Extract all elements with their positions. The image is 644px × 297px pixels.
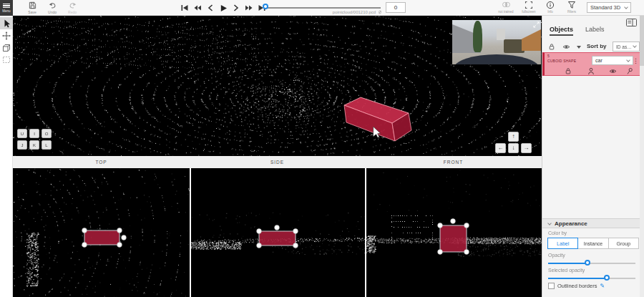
fast-rewind-button[interactable] (193, 4, 202, 12)
save-icon (29, 1, 36, 9)
side-ortho-view[interactable] (191, 168, 365, 297)
save-button[interactable]: Save (23, 1, 42, 15)
redo-icon (69, 1, 77, 9)
lock-filter-icon[interactable] (548, 43, 555, 51)
skip-to-start-button[interactable] (180, 4, 189, 12)
selected-opacity-slider-knob[interactable] (604, 275, 610, 281)
camera-image-preview[interactable] (452, 20, 541, 64)
filters-button[interactable]: Filters (562, 1, 581, 15)
marquee-select-icon (2, 56, 11, 64)
hamburger-icon (3, 3, 10, 9)
scrollbar-thumb[interactable] (640, 16, 644, 66)
step-forward-button[interactable] (232, 4, 240, 12)
hotkey-l[interactable]: L (42, 140, 52, 150)
visibility-object-icon[interactable] (609, 67, 617, 75)
object-more-menu-icon[interactable]: ⋮ (633, 58, 639, 64)
pan-right-button[interactable]: → (521, 143, 532, 153)
top-view-label: TOP (13, 156, 190, 168)
pan-down-button[interactable]: ↓ (508, 143, 519, 153)
annotation-app: Menu Save Undo Redo pointcloud/001210.pc… (0, 0, 644, 297)
model-status-button[interactable]: not trained (497, 1, 515, 15)
redo-button[interactable]: Redo (63, 1, 82, 15)
sort-order-dropdown[interactable]: ID as… (613, 42, 640, 52)
pan-up-button[interactable]: ↑ (508, 132, 519, 142)
front-ortho-view[interactable] (366, 168, 542, 297)
selected-opacity-slider[interactable] (548, 275, 635, 282)
appearance-section-header[interactable]: Appearance (542, 218, 644, 228)
opacity-slider-knob[interactable] (585, 260, 590, 266)
not-trained-label: not trained (498, 10, 513, 14)
frame-slider-track[interactable] (266, 7, 381, 9)
appearance-title: Appearance (555, 220, 587, 227)
object-category-dropdown[interactable]: car (592, 56, 633, 65)
color-by-label-button[interactable]: Label (547, 238, 578, 249)
step-back-button[interactable] (206, 4, 215, 12)
hotkey-i[interactable]: I (29, 129, 39, 138)
pan-left-button[interactable]: ← (495, 143, 506, 153)
cuboid-annotation-top[interactable] (13, 168, 190, 297)
fullscreen-label: fullscreen (522, 10, 535, 14)
edit-pencil-icon[interactable]: ✎ (600, 283, 605, 289)
cuboid-icon (2, 44, 11, 52)
opacity-slider-fill (548, 263, 587, 264)
hotkey-u[interactable]: U (17, 129, 27, 138)
outlined-borders-row: Outlined borders ✎ (548, 283, 605, 289)
top-toolbar: Menu Save Undo Redo pointcloud/001210.pc… (0, 0, 644, 16)
color-by-group-button[interactable]: Group (608, 238, 639, 249)
cuboid-annotation-front[interactable] (366, 168, 542, 297)
undo-button[interactable]: Undo (43, 1, 62, 15)
filename-text: pointcloud/001210.pcd (333, 10, 376, 14)
pin-object-icon[interactable] (626, 67, 633, 75)
move-tool-button[interactable] (0, 29, 13, 42)
expand-all-caret-icon[interactable] (577, 46, 581, 49)
sidebar-scrollbar[interactable] (640, 16, 644, 297)
play-button[interactable] (219, 4, 228, 12)
tool-palette (0, 16, 13, 297)
view-mode-dropdown[interactable]: Standard 3D (587, 2, 631, 13)
color-by-options: Label Instance Group (548, 238, 639, 249)
object-list-item-car[interactable]: 5 CUBOID SHAPE car ⋮ (542, 52, 640, 76)
visibility-filter-icon[interactable] (562, 43, 570, 51)
menu-label: Menu (2, 9, 10, 13)
color-by-instance-button[interactable]: Instance (577, 238, 608, 249)
filter-funnel-icon (567, 1, 576, 9)
select-tool-button[interactable] (0, 17, 13, 29)
expand-icon[interactable] (533, 21, 540, 28)
info-icon (546, 1, 555, 9)
object-shape-type: CUBOID SHAPE (547, 59, 576, 63)
opacity-slider[interactable] (548, 260, 635, 267)
chevron-down-icon (624, 5, 628, 9)
info-button[interactable]: Info (541, 1, 560, 15)
hotkey-k[interactable]: K (29, 140, 39, 150)
lock-object-icon[interactable] (565, 67, 572, 75)
objects-panel: Objects Labels Sort by ID as… 5 CUBOID S… (542, 16, 644, 297)
object-category-value: car (595, 58, 602, 63)
brain-icon (502, 1, 511, 9)
tab-objects[interactable]: Objects (550, 26, 573, 36)
view-mode-value: Standard 3D (590, 4, 620, 11)
selected-opacity-slider-fill (548, 278, 607, 279)
cuboid-tool-button[interactable] (0, 42, 13, 54)
cuboid-annotation-side[interactable] (191, 168, 365, 297)
link-icon (377, 9, 383, 15)
undo-icon (49, 1, 57, 9)
color-by-label: Color by (548, 230, 567, 235)
frame-number-input[interactable] (386, 2, 406, 13)
region-select-tool-button[interactable] (0, 54, 13, 66)
opacity-label: Opacity (548, 253, 565, 258)
fast-forward-button[interactable] (245, 4, 253, 12)
camera-ego-hood (454, 54, 540, 64)
pointcloud-3d-viewport[interactable]: U I O J K L ↑ ← ↓ → (13, 16, 542, 156)
fullscreen-button[interactable]: fullscreen (519, 1, 538, 15)
outlined-borders-checkbox[interactable] (548, 283, 555, 289)
camera-building (497, 29, 505, 40)
hotkey-o[interactable]: O (42, 129, 52, 138)
panel-toggle-icon[interactable] (626, 19, 637, 26)
chevron-down-icon (547, 221, 552, 225)
frame-slider-handle[interactable] (263, 4, 268, 9)
tab-labels[interactable]: Labels (585, 26, 605, 33)
track-object-icon[interactable] (587, 67, 595, 75)
menu-button[interactable]: Menu (0, 0, 13, 16)
hotkey-j[interactable]: J (17, 140, 27, 150)
top-ortho-view[interactable] (13, 168, 190, 297)
